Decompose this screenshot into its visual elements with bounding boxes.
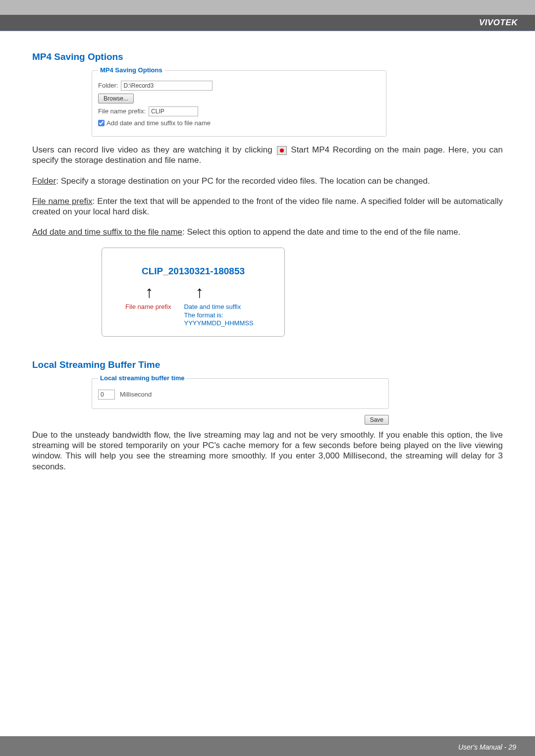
p2-lead: Folder — [32, 176, 56, 186]
save-button[interactable]: Save — [365, 415, 389, 425]
brand-name: VIVOTEK — [479, 18, 518, 27]
paragraph-3: File name prefix: Enter the text that wi… — [32, 196, 503, 217]
footer-page: 29 — [508, 743, 516, 751]
buffer-box: Local streaming buffer time Millisecond — [92, 378, 389, 409]
example-filename: CLIP_20130321-180853 — [114, 265, 272, 277]
mp4-section-title: MP4 Saving Options — [32, 51, 503, 63]
filename-example-box: CLIP_20130321-180853 ↑ ↑ File name prefi… — [102, 248, 285, 337]
arrows: ↑ ↑ — [114, 284, 272, 300]
p2-rest: : Specify a storage destination on your … — [56, 176, 430, 186]
paragraph-5: Due to the unsteady bandwidth flow, the … — [32, 430, 503, 472]
paragraph-1: Users can record live video as they are … — [32, 145, 503, 166]
buffer-section-title: Local Streaming Buffer Time — [32, 359, 503, 371]
paragraph-2: Folder: Specify a storage destination on… — [32, 176, 503, 186]
label-suffix-l1: Date and time suffix — [184, 303, 241, 310]
arrow-up-icon: ↑ — [196, 284, 204, 300]
example-labels: File name prefix Date and time suffix Th… — [114, 303, 272, 327]
footer-text: User's Manual - 29 — [458, 743, 516, 751]
p4-rest: : Select this option to append the date … — [182, 227, 460, 237]
example-prefix: CLIP — [142, 266, 163, 276]
record-icon — [277, 146, 287, 155]
p1a: Users can record live video as they are … — [32, 145, 276, 154]
browse-row: Browse... — [98, 94, 380, 103]
footer-manual: User's Manual - — [458, 743, 508, 751]
prefix-row: File name prefix: — [98, 106, 380, 116]
arrow-up-icon: ↑ — [145, 284, 154, 300]
example-sep: _ — [163, 266, 168, 276]
brand-bar: VIVOTEK — [0, 15, 535, 31]
label-prefix: File name prefix — [125, 303, 171, 327]
prefix-input[interactable] — [149, 106, 198, 116]
suffix-row: Add date and time suffix to file name — [98, 119, 380, 127]
page: VIVOTEK MP4 Saving Options MP4 Saving Op… — [0, 0, 535, 756]
footer: User's Manual - 29 — [0, 736, 535, 756]
example-suffix: 20130321-180853 — [168, 266, 245, 276]
buffer-legend: Local streaming buffer time — [98, 374, 186, 382]
folder-label: Folder: — [98, 82, 118, 90]
p3-rest: : Enter the text that will be appended t… — [32, 197, 503, 216]
suffix-label: Add date and time suffix to file name — [107, 119, 211, 127]
buffer-unit: Millisecond — [120, 391, 152, 399]
prefix-label: File name prefix: — [98, 107, 146, 115]
buffer-input[interactable] — [98, 390, 115, 400]
content: MP4 Saving Options MP4 Saving Options Fo… — [0, 31, 535, 472]
p4-lead: Add date and time suffix to the file nam… — [32, 227, 182, 237]
browse-button[interactable]: Browse... — [98, 94, 134, 103]
buffer-row: Millisecond — [98, 390, 382, 400]
label-suffix-l2: The format is: YYYYMMDD_HHMMSS — [184, 311, 253, 327]
mp4-options-box: MP4 Saving Options Folder: Browse... Fil… — [92, 70, 386, 137]
header-top-margin — [0, 0, 535, 15]
folder-row: Folder: — [98, 81, 380, 91]
paragraph-4: Add date and time suffix to the file nam… — [32, 227, 503, 237]
mp4-legend: MP4 Saving Options — [98, 66, 164, 74]
suffix-checkbox[interactable] — [98, 120, 105, 126]
save-row: Save — [92, 414, 389, 425]
p3-lead: File name prefix — [32, 197, 93, 206]
folder-input[interactable] — [121, 81, 213, 91]
label-suffix: Date and time suffix The format is: YYYY… — [184, 303, 272, 327]
